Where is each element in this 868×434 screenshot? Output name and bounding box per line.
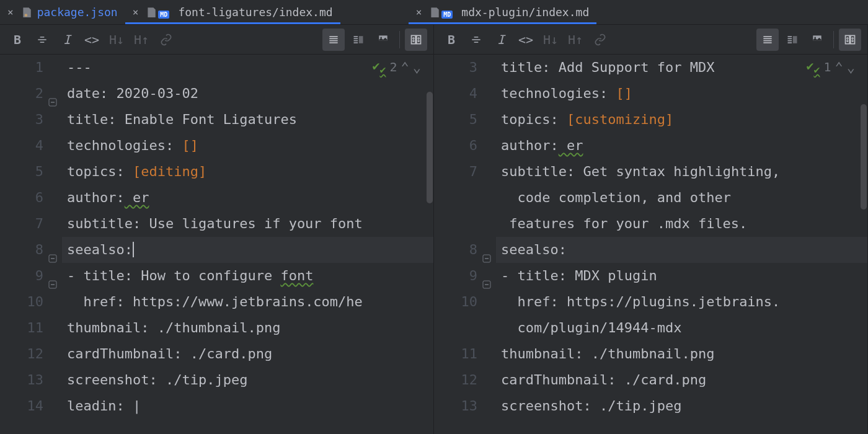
line-number: 9	[434, 263, 477, 289]
svg-rect-6	[329, 42, 337, 43]
code-line[interactable]: technologies: []	[62, 133, 433, 159]
close-icon[interactable]: ×	[7, 6, 14, 18]
line-number: 14	[0, 393, 43, 419]
header-down-button[interactable]: H↓	[105, 29, 128, 51]
prev-highlight-button[interactable]: ⌃	[835, 60, 843, 75]
bold-button[interactable]: B	[440, 29, 463, 51]
svg-rect-3	[329, 36, 337, 37]
scrollbar[interactable]	[426, 55, 433, 434]
code-line[interactable]: author: er	[496, 133, 867, 159]
link-button[interactable]	[589, 29, 611, 51]
code-line[interactable]: code completion, and other	[496, 185, 867, 211]
scrollbar[interactable]	[860, 55, 867, 434]
code-line[interactable]: thumbnail: ./thumbnail.png	[62, 315, 433, 341]
line-number: 13	[434, 393, 477, 419]
fold-marker-icon[interactable]	[48, 272, 57, 280]
fold-marker-icon[interactable]	[482, 246, 491, 254]
code-line[interactable]: screenshot: ./tip.jpeg	[62, 367, 433, 393]
italic-button[interactable]: I	[490, 29, 512, 51]
code-line[interactable]: title: Enable Font Ligatures	[62, 107, 433, 133]
code-line[interactable]: date: 2020-03-02	[62, 81, 433, 107]
fold-marker-icon[interactable]	[482, 272, 491, 280]
code-line[interactable]: technologies: []	[496, 81, 867, 107]
tab-font-ligatures[interactable]: × MD font-ligatures/index.md	[125, 0, 340, 24]
code-line[interactable]: - title: How to configure font	[62, 263, 433, 289]
line-number: 4	[434, 81, 477, 107]
prev-highlight-button[interactable]: ⌃	[401, 60, 409, 75]
svg-rect-30	[788, 38, 792, 39]
preview-view-button[interactable]	[806, 29, 828, 51]
next-highlight-button[interactable]: ⌄	[413, 60, 421, 75]
code-line[interactable]: screenshot: ./tip.jpeg	[496, 393, 867, 419]
md-badge: MD	[441, 11, 453, 19]
md-file-icon	[146, 7, 157, 18]
code-line[interactable]: com/plugin/14944-mdx	[496, 315, 867, 341]
code-editor[interactable]: ✔✔ 1 ⌃ ⌄ 345678910111213 title: Add Supp…	[434, 55, 867, 434]
svg-rect-5	[329, 40, 337, 41]
code-line[interactable]: href: https://www.jetbrains.com/he	[62, 289, 433, 315]
tab-mdx-plugin[interactable]: × MD mdx-plugin/index.md	[409, 0, 597, 24]
code-line[interactable]: subtitle: Get syntax highlighting,	[496, 159, 867, 185]
fold-marker-icon[interactable]	[48, 89, 57, 98]
code-line[interactable]: cardThumbnail: ./card.png	[496, 367, 867, 393]
svg-rect-26	[763, 38, 771, 39]
link-button[interactable]	[155, 29, 177, 51]
line-number	[434, 211, 477, 237]
next-highlight-button[interactable]: ⌄	[847, 60, 855, 75]
svg-rect-8	[354, 38, 358, 39]
line-number: 11	[434, 341, 477, 367]
code-line[interactable]: seealso:	[496, 237, 867, 263]
code-line[interactable]: cardThumbnail: ./card.png	[62, 341, 433, 367]
strikethrough-button[interactable]	[31, 29, 53, 51]
inspection-count: 2	[389, 60, 397, 74]
strikethrough-button[interactable]	[465, 29, 487, 51]
header-up-button[interactable]: H↑	[564, 29, 587, 51]
line-number	[434, 185, 477, 211]
line-number: 3	[434, 55, 477, 81]
code-line[interactable]: author: er	[62, 185, 433, 211]
split-view-button[interactable]	[347, 29, 370, 51]
code-line[interactable]: seealso:	[62, 237, 433, 263]
code-line[interactable]: features for your .mdx files.	[496, 211, 867, 237]
header-down-button[interactable]: H↓	[539, 29, 562, 51]
line-number: 11	[0, 315, 43, 341]
editor-view-button[interactable]	[756, 29, 779, 51]
sync-scroll-button[interactable]	[839, 29, 861, 51]
code-line[interactable]: topics: [editing]	[62, 159, 433, 185]
line-number: 3	[0, 107, 43, 133]
scrollbar-thumb[interactable]	[861, 104, 867, 210]
line-number: 2	[0, 81, 43, 107]
code-line[interactable]: topics: [customizing]	[496, 107, 867, 133]
line-number: 5	[0, 159, 43, 185]
split-view-button[interactable]	[781, 29, 804, 51]
inspection-widget[interactable]: ✔✔ 1 ⌃ ⌄	[806, 58, 855, 76]
header-up-button[interactable]: H↑	[130, 29, 153, 51]
close-icon[interactable]: ×	[416, 6, 422, 18]
code-area[interactable]: title: Add Support for MDXtechnologies: …	[496, 55, 867, 434]
code-button[interactable]: <>	[81, 29, 103, 51]
tab-package-json[interactable]: × package.json	[0, 0, 125, 24]
line-number: 9	[0, 263, 43, 289]
code-area[interactable]: ---date: 2020-03-02title: Enable Font Li…	[62, 55, 433, 434]
code-line[interactable]: thumbnail: ./thumbnail.png	[496, 341, 867, 367]
scrollbar-thumb[interactable]	[427, 92, 433, 203]
code-button[interactable]: <>	[515, 29, 537, 51]
code-line[interactable]: - title: MDX plugin	[496, 263, 867, 289]
italic-button[interactable]: I	[56, 29, 78, 51]
bold-button[interactable]: B	[6, 29, 29, 51]
svg-rect-7	[354, 36, 358, 37]
line-number: 8	[0, 237, 43, 263]
svg-rect-32	[788, 42, 792, 43]
code-line[interactable]: href: https://plugins.jetbrains.	[496, 289, 867, 315]
editor-pane-left: B I <> H↓ H↑ ✔✔ 2 ⌃ ⌄ 123456789101112131…	[0, 25, 434, 434]
sync-scroll-button[interactable]	[405, 29, 427, 51]
code-line[interactable]: subtitle: Use ligatures if your font	[62, 211, 433, 237]
line-number: 6	[434, 133, 477, 159]
editor-view-button[interactable]	[322, 29, 345, 51]
inspection-widget[interactable]: ✔✔ 2 ⌃ ⌄	[372, 58, 421, 76]
code-line[interactable]: leadin: |	[62, 393, 433, 419]
preview-view-button[interactable]	[372, 29, 394, 51]
code-editor[interactable]: ✔✔ 2 ⌃ ⌄ 1234567891011121314 ---date: 20…	[0, 55, 433, 434]
fold-marker-icon[interactable]	[48, 246, 57, 254]
close-icon[interactable]: ×	[133, 6, 139, 18]
